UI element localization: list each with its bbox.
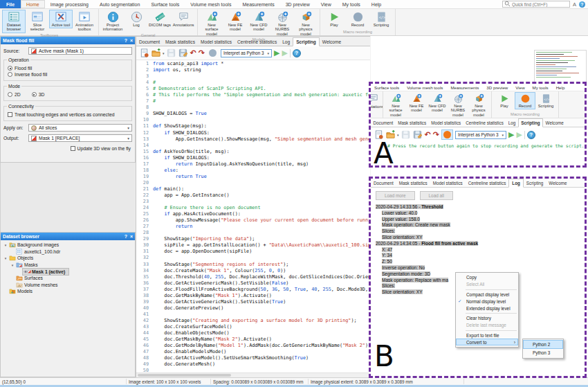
submenu-item-python-2[interactable]: Python 2 <box>523 340 563 349</box>
radio-icon[interactable] <box>8 92 12 97</box>
menu-tab-my-tools[interactable]: My tools <box>533 85 549 90</box>
menu-item-copy[interactable]: Copy <box>456 274 518 281</box>
tab-document-callout-a[interactable]: Document <box>371 119 396 127</box>
ribbon-button-play[interactable]: Play <box>322 10 346 28</box>
menu-tab-3d-preview[interactable]: 3D preview <box>280 0 315 8</box>
radio-option-2d[interactable]: 2D <box>8 92 21 97</box>
ribbon-button-log[interactable]: Log <box>125 10 148 28</box>
load-all-button[interactable]: Load all <box>420 191 453 200</box>
help-button[interactable]: ? <box>293 49 301 57</box>
run-script-button[interactable]: ▶ <box>274 49 279 57</box>
load-more-button[interactable]: Load more <box>376 191 415 200</box>
connectivity-checkbox[interactable]: Treat touching edges and vertices as con… <box>8 112 128 117</box>
panel-close-button[interactable]: × <box>130 38 133 43</box>
apply-on-select[interactable]: All slices ▾ <box>28 124 132 132</box>
chevron-down-icon[interactable]: ▾ <box>3 256 8 260</box>
radio-icon[interactable] <box>8 66 12 71</box>
menu-item-normal-display-level[interactable]: ✓Normal display level <box>456 298 518 305</box>
menu-item-clear-history[interactable]: Clear history <box>456 315 518 322</box>
undo-button[interactable]: ↶ <box>425 131 431 138</box>
radio-option-3d[interactable]: 3D <box>32 92 45 97</box>
menu-tab-view[interactable]: View <box>515 85 524 90</box>
save-script-as-button[interactable] <box>178 48 188 58</box>
save-script-button[interactable] <box>401 130 411 140</box>
ribbon-button-slice-selector[interactable]: Slice selector <box>26 10 49 33</box>
menu-tab-volume-mesh-tools[interactable]: Volume mesh tools <box>407 85 443 90</box>
horizontal-scrollbar[interactable] <box>136 372 370 377</box>
menu-tab-measurements[interactable]: Measurements <box>450 85 479 90</box>
help-button[interactable]: ? <box>527 131 535 139</box>
menu-item-compact-display-level[interactable]: Compact display level <box>456 291 518 298</box>
ribbon-button-new-physics-model[interactable]: New physics model <box>468 92 489 118</box>
interpreter-select[interactable]: Interpret as Python 3▾ <box>221 49 272 57</box>
menu-item-delete-last-message[interactable]: Delete last message <box>456 322 518 329</box>
menu-item-extended-display-level[interactable]: Extended display level <box>456 305 518 312</box>
tab-mask-statistics[interactable]: Mask statistics <box>163 38 198 46</box>
tree-item-auxetic1-100-hdr[interactable]: auxetic1_100.hdr <box>1 249 135 255</box>
tab-model-statistics-callout-b[interactable]: Model statistics <box>430 179 466 187</box>
ribbon-button-dicom-tags[interactable]: DICOMDICOM tags <box>148 10 172 28</box>
new-script-button[interactable] <box>139 48 149 58</box>
menu-tab-help[interactable]: Help <box>366 0 387 8</box>
font-size-button[interactable]: A <box>573 1 576 8</box>
panel-close-button[interactable]: × <box>130 234 133 239</box>
menu-tab-home[interactable]: Home <box>21 0 45 8</box>
source-field[interactable]: Active mask (Mask 1) <box>28 47 132 55</box>
ribbon-button-animation-toolbox[interactable]: Animation toolbox <box>73 10 96 33</box>
redo-button[interactable]: ↷ <box>199 49 205 57</box>
output-select[interactable]: Mask 1 [REPLACE] ▾ <box>28 134 132 142</box>
tree-item-volume-meshes[interactable]: Volume meshes <box>1 282 135 289</box>
ribbon-button-project-information[interactable]: Project information <box>101 10 125 33</box>
chevron-down-icon[interactable]: ▾ <box>10 263 15 267</box>
tree-item-background-images[interactable]: ▾Background images <box>1 242 135 249</box>
ribbon-button-annotations[interactable]: Annotations <box>371 91 383 110</box>
save-script-as-button[interactable] <box>413 130 423 140</box>
ribbon-button-new-nurbs-model[interactable]: New NURBS model <box>270 10 294 37</box>
code-area[interactable]: 1from scanip_api3 import *2import os, st… <box>136 61 370 372</box>
tab-document[interactable]: Document <box>136 38 163 46</box>
radio-icon[interactable] <box>32 92 37 97</box>
tab-document-callout-b[interactable]: Document <box>371 179 396 187</box>
update-3d-checkbox[interactable]: Update 3D view on the fly <box>5 146 131 151</box>
menu-tab-surface-tools[interactable]: Surface tools <box>374 85 399 90</box>
radio-option-flood-fill[interactable]: Flood fill <box>8 66 128 71</box>
open-dropdown-arrow[interactable]: ▾ <box>163 51 165 55</box>
open-script-button[interactable] <box>151 48 160 58</box>
tree-item-models[interactable]: Models <box>1 288 135 295</box>
run-selection-button[interactable]: ▶ <box>516 131 522 138</box>
radio-icon[interactable] <box>8 72 12 77</box>
quick-find-box[interactable] <box>502 1 570 8</box>
chevron-down-icon[interactable]: ▾ <box>3 243 8 247</box>
record-macro-button[interactable] <box>441 129 453 140</box>
menu-tab-help[interactable]: Help <box>556 85 565 90</box>
menu-item-convert-to[interactable]: Convert to› <box>456 339 518 345</box>
ribbon-button-new-fe-model[interactable]: New FE model <box>223 10 247 33</box>
ribbon-button-play[interactable]: Play <box>494 92 515 109</box>
run-selection-button[interactable]: ▶ <box>282 49 287 57</box>
ribbon-button-new-physics-model[interactable]: New physics model <box>294 10 318 37</box>
menu-tab-volume-mesh-tools[interactable]: Volume mesh tools <box>185 0 237 8</box>
ribbon-button-scripting[interactable]: </>Scripting <box>535 92 556 109</box>
ribbon-button-new-cfd-model[interactable]: New CFD model <box>247 10 270 33</box>
tab-welcome[interactable]: Welcome <box>320 38 344 46</box>
record-macro-button[interactable] <box>207 48 219 58</box>
tree-item-surfaces[interactable]: Surfaces <box>1 275 135 282</box>
interpreter-select[interactable]: Interpret as Python 3▾ <box>455 131 506 139</box>
tab-model-statistics-callout-a[interactable]: Model statistics <box>429 119 463 127</box>
save-script-button[interactable] <box>167 48 176 58</box>
tab-centreline-statistics-callout-b[interactable]: Centreline statistics <box>466 179 509 187</box>
menu-tab-image-processing[interactable]: Image processing <box>45 0 94 8</box>
ribbon-button-active-tool[interactable]: Active tool <box>49 10 73 28</box>
panel-help-button[interactable]: ? <box>125 234 127 239</box>
menu-tab-measurements[interactable]: Measurements <box>237 0 279 8</box>
ribbon-button-new-nurbs-model[interactable]: New NURBS model <box>448 92 468 118</box>
menu-tab-3d-preview[interactable]: 3D preview <box>486 85 508 90</box>
tab-mask-statistics-callout-b[interactable]: Mask statistics <box>396 179 430 187</box>
tab-log-callout-a[interactable]: Log <box>506 119 518 127</box>
tab-welcome-callout-b[interactable]: Welcome <box>546 179 569 187</box>
ribbon-button-record[interactable]: Record <box>346 10 369 28</box>
open-dropdown-arrow[interactable]: ▾ <box>397 133 399 137</box>
undo-button[interactable]: ↶ <box>190 49 196 57</box>
panel-help-button[interactable]: ? <box>125 38 127 43</box>
scrollbar-thumb[interactable] <box>138 374 231 377</box>
